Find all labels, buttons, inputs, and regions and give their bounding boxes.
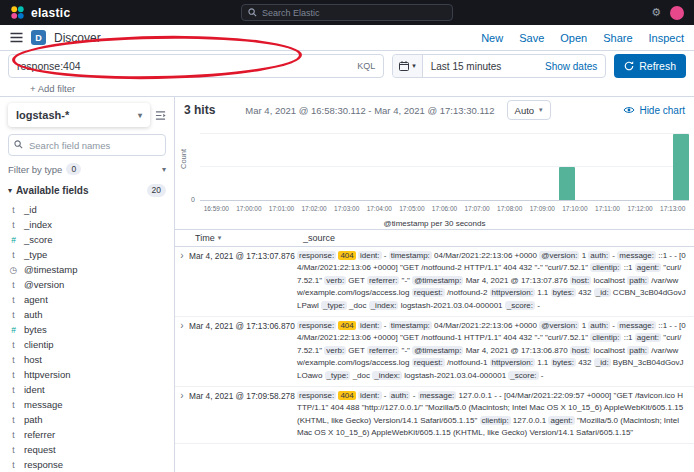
source-field-name: response:: [297, 251, 336, 260]
source-field-name: clientip:: [590, 263, 621, 272]
nav-action-new[interactable]: New: [481, 32, 503, 44]
source-field-value: localhost: [593, 276, 625, 285]
elastic-logo-icon[interactable]: [10, 5, 25, 20]
field-name: @version: [24, 279, 64, 290]
source-field-name: message:: [617, 321, 656, 330]
source-field-value: Mar 4, 2021 @ 17:13:07.876: [466, 276, 568, 285]
source-field-value: -: [541, 371, 544, 380]
chevron-down-icon: ▾: [412, 62, 416, 70]
source-field-name: message:: [418, 391, 457, 400]
source-field-value: localhost: [593, 346, 625, 355]
field-item-_type[interactable]: t_type: [8, 247, 166, 262]
field-name: _type: [24, 249, 47, 260]
expand-icon[interactable]: ›: [175, 320, 189, 382]
refresh-button[interactable]: Refresh: [614, 54, 686, 78]
source-field-name: agent:: [548, 416, 574, 425]
source-field-name: @timestamp:: [412, 346, 463, 355]
source-field-name: _score:: [505, 301, 535, 310]
show-dates-button[interactable]: Show dates: [545, 61, 605, 72]
nav-action-share[interactable]: Share: [603, 32, 632, 44]
time-column-header[interactable]: Time ▾: [195, 233, 303, 243]
expand-icon[interactable]: ›: [175, 390, 189, 440]
histogram-bar[interactable]: [559, 167, 575, 200]
filter-by-type[interactable]: Filter by type 0 ▾: [8, 163, 166, 175]
source-field-value: /notfound-1: [447, 358, 487, 367]
gear-icon[interactable]: ⚙: [651, 7, 661, 18]
nav-action-save[interactable]: Save: [519, 32, 544, 44]
eye-icon: [623, 106, 635, 114]
time-range-label[interactable]: Last 15 minutes: [423, 61, 510, 72]
field-item-@timestamp[interactable]: ◷@timestamp: [8, 262, 166, 277]
time-header-label: Time: [195, 233, 215, 243]
query-language-button[interactable]: KQL: [349, 61, 375, 71]
quick-select-button[interactable]: ▾: [393, 55, 423, 77]
index-pattern-select[interactable]: logstash-* ▾: [8, 103, 150, 127]
chevron-down-icon: ▾: [539, 106, 543, 114]
field-item-_id[interactable]: t_id: [8, 202, 166, 217]
field-name: @timestamp: [24, 264, 77, 275]
field-name: auth: [24, 309, 43, 320]
query-input[interactable]: [17, 60, 349, 72]
field-item-bytes[interactable]: #bytes: [8, 322, 166, 337]
source-field-name: _type:: [321, 301, 347, 310]
doc-timestamp: Mar 4, 2021 @ 17:13:07.876: [189, 250, 297, 312]
source-field-name: host:: [570, 346, 591, 355]
histogram-bar[interactable]: [673, 134, 689, 200]
search-icon: [14, 140, 23, 149]
field-item-message[interactable]: tmessage: [8, 397, 166, 412]
doc-source: response: 404 ident: - timestamp: 04/Mar…: [297, 250, 694, 312]
field-item-clientip[interactable]: tclientip: [8, 337, 166, 352]
field-item-ident[interactable]: tident: [8, 382, 166, 397]
field-item-_index[interactable]: t_index: [8, 217, 166, 232]
table-row[interactable]: ›Mar 4, 2021 @ 17:13:06.870response: 404…: [175, 317, 694, 387]
avatar[interactable]: [670, 6, 684, 20]
hide-chart-label: Hide chart: [639, 105, 685, 116]
string-field-icon: t: [8, 309, 19, 320]
source-field-value: 1: [582, 251, 586, 260]
source-field-value: 432: [578, 358, 591, 367]
discover-app-icon[interactable]: D: [31, 30, 46, 45]
date-picker: ▾ Last 15 minutes Show dates: [392, 54, 606, 78]
field-item-auth[interactable]: tauth: [8, 307, 166, 322]
field-item-referrer[interactable]: treferrer: [8, 427, 166, 442]
nav-action-inspect[interactable]: Inspect: [649, 32, 684, 44]
x-axis-tick-label: 17:08:00: [497, 205, 522, 212]
source-field-name: bytes:: [551, 288, 576, 297]
source-field-name: timestamp:: [389, 251, 432, 260]
string-field-icon: t: [8, 339, 19, 350]
hits-count: 3 hits: [184, 103, 215, 117]
global-search-input[interactable]: [262, 8, 446, 18]
field-item-host[interactable]: thost: [8, 352, 166, 367]
menu-icon[interactable]: [10, 32, 23, 43]
table-row[interactable]: ›Mar 4, 2021 @ 17:09:58.278response: 404…: [175, 387, 694, 445]
source-field-value: -: [612, 321, 615, 330]
gridline: [200, 133, 689, 134]
field-name: request: [24, 444, 56, 455]
source-field-name: _id:: [594, 358, 611, 367]
table-row[interactable]: ›Mar 4, 2021 @ 17:13:07.876response: 404…: [175, 247, 694, 317]
query-input-box[interactable]: KQL: [8, 54, 384, 78]
field-item-path[interactable]: tpath: [8, 412, 166, 427]
hide-chart-button[interactable]: Hide chart: [623, 105, 685, 116]
field-item-agent[interactable]: tagent: [8, 292, 166, 307]
field-search-input[interactable]: [8, 134, 166, 156]
field-item-response[interactable]: tresponse: [8, 457, 166, 472]
available-fields-section[interactable]: ▾ Available fields 20: [8, 184, 166, 197]
global-search[interactable]: [241, 4, 453, 21]
source-field-value: 1.1: [537, 288, 548, 297]
field-item-httpversion[interactable]: thttpversion: [8, 367, 166, 382]
add-filter-button[interactable]: + Add filter: [30, 83, 75, 94]
source-field-value: GET: [348, 346, 364, 355]
source-field-name: auth:: [588, 251, 610, 260]
field-item-_score[interactable]: #_score: [8, 232, 166, 247]
source-field-name: httpversion:: [490, 288, 535, 297]
source-field-name: auth:: [389, 391, 411, 400]
field-item-request[interactable]: trequest: [8, 442, 166, 457]
expand-icon[interactable]: ›: [175, 250, 189, 312]
source-field-name: ident:: [358, 391, 382, 400]
sort-desc-icon[interactable]: ▾: [218, 234, 222, 242]
nav-action-open[interactable]: Open: [560, 32, 587, 44]
field-item-@version[interactable]: t@version: [8, 277, 166, 292]
collapse-sidebar-icon[interactable]: [155, 110, 166, 121]
interval-select[interactable]: Auto ▾: [507, 100, 551, 120]
